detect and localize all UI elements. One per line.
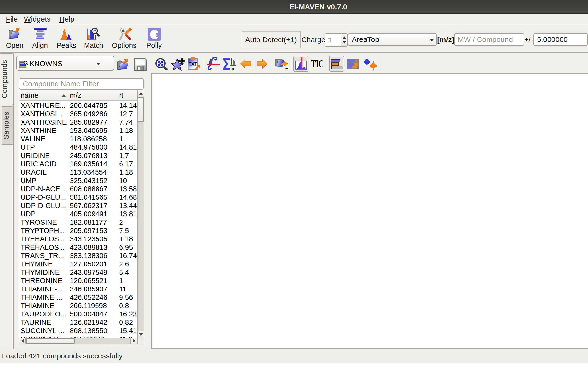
svg-text:m/z: m/z	[93, 29, 96, 31]
svg-text:n: n	[232, 66, 234, 71]
svg-text:TXT: TXT	[189, 62, 197, 66]
